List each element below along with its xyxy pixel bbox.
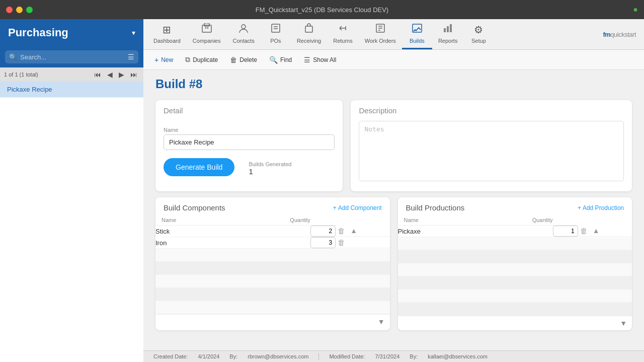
- builds-generated-value: 1: [249, 167, 253, 176]
- created-date-value: 4/1/2024: [198, 353, 219, 359]
- delete-pickaxe-button[interactable]: 🗑: [578, 226, 590, 236]
- nav-item-dashboard[interactable]: ⊞ Dashboard: [147, 19, 187, 49]
- svg-rect-3: [207, 27, 208, 29]
- component-actions-iron: 🗑: [336, 237, 389, 248]
- search-input[interactable]: [20, 53, 125, 61]
- add-production-button[interactable]: + Add Production: [578, 204, 624, 211]
- close-button[interactable]: [6, 7, 13, 13]
- sidebar-header: Purchasing ▾: [0, 19, 143, 46]
- nav-item-receiving[interactable]: Receiving: [291, 19, 327, 49]
- new-button[interactable]: + New: [149, 53, 178, 66]
- main-content: Build #8 Detail Name Generate Build Buil…: [143, 70, 644, 350]
- plus-icon: +: [578, 204, 581, 211]
- nav-item-companies[interactable]: Companies: [187, 19, 227, 49]
- notes-textarea[interactable]: [359, 121, 624, 181]
- nav-item-setup[interactable]: ⚙ Setup: [463, 19, 494, 49]
- nav-item-returns[interactable]: Returns: [327, 19, 359, 49]
- nav-label-receiving: Receiving: [297, 38, 321, 44]
- nav-item-pos[interactable]: POs: [261, 19, 291, 49]
- first-record-button[interactable]: ⏮: [92, 69, 103, 80]
- sidebar-item-label: Pickaxe Recipe: [7, 86, 52, 93]
- fm-logo-top: ●: [633, 5, 638, 14]
- sidebar-chevron-icon[interactable]: ▾: [132, 29, 135, 37]
- created-by-value: rbrown@dbservices.com: [248, 353, 308, 359]
- last-record-button[interactable]: ⏭: [128, 69, 139, 80]
- show-all-button[interactable]: ☰ Show All: [299, 53, 341, 66]
- sort-pickaxe-button[interactable]: ▲: [591, 226, 602, 236]
- component-qty-stick[interactable]: [217, 226, 336, 237]
- nav-item-reports[interactable]: Reports: [432, 19, 464, 49]
- nav-label-companies: Companies: [193, 38, 221, 44]
- delete-iron-button[interactable]: 🗑: [336, 237, 347, 248]
- duplicate-button[interactable]: ⧉ Duplicate: [180, 53, 223, 66]
- production-actions-pickaxe: 🗑 ▲: [578, 226, 632, 237]
- trash-icon: 🗑: [230, 56, 237, 64]
- builds-icon: [412, 23, 423, 36]
- prod-col-name-header: Name: [398, 215, 459, 226]
- component-name-iron: Iron: [155, 237, 217, 249]
- returns-icon: [337, 23, 348, 36]
- sidebar: Purchasing ▾ 🔍 ☰ 1 of 1 (1 total) ⏮ ◀ ▶ …: [0, 19, 143, 362]
- detail-description-row: Detail Name Generate Build Builds Genera…: [143, 96, 644, 195]
- sidebar-item-pickaxe-recipe[interactable]: Pickaxe Recipe: [0, 82, 143, 98]
- prod-col-qty-header: Quantity: [459, 215, 578, 226]
- sidebar-search-bar[interactable]: 🔍 ☰: [5, 50, 138, 63]
- toolbar: + New ⧉ Duplicate 🗑 Delete 🔍 Find ☰ Show…: [143, 50, 644, 70]
- modified-date-label: Modified Date:: [329, 353, 365, 359]
- generate-build-button[interactable]: Generate Build: [164, 158, 234, 176]
- components-header: Build Components + Add Component: [155, 197, 390, 215]
- nav-item-contacts[interactable]: Contacts: [226, 19, 260, 49]
- empty-row: [398, 276, 632, 289]
- nav-label-dashboard: Dashboard: [153, 38, 181, 44]
- detail-body: Name Generate Build Builds Generated 1: [155, 119, 343, 184]
- component-qty-iron[interactable]: [217, 237, 336, 249]
- name-input[interactable]: [164, 134, 335, 150]
- production-qty-pickaxe[interactable]: [459, 226, 578, 237]
- scroll-down-button[interactable]: ▼: [378, 318, 385, 326]
- empty-row: [398, 237, 632, 250]
- maximize-button[interactable]: [26, 7, 33, 13]
- qty-input-pickaxe[interactable]: [553, 226, 578, 237]
- find-button[interactable]: 🔍 Find: [264, 53, 297, 66]
- components-title: Build Components: [164, 203, 225, 212]
- pos-icon: [270, 23, 281, 36]
- companies-icon: [201, 23, 212, 36]
- receiving-icon: [303, 23, 314, 36]
- productions-header: Build Productions + Add Production: [398, 197, 632, 215]
- sidebar-list: Pickaxe Recipe: [0, 82, 143, 362]
- add-component-button[interactable]: + Add Component: [333, 204, 382, 211]
- duplicate-icon: ⧉: [185, 55, 190, 64]
- next-record-button[interactable]: ▶: [117, 69, 126, 80]
- reports-icon: [442, 23, 453, 36]
- right-panel: ⊞ Dashboard Companies Contacts POs: [143, 19, 644, 362]
- sidebar-title: Purchasing: [8, 26, 68, 39]
- productions-footer: ▼: [398, 316, 632, 330]
- qty-input-iron[interactable]: [310, 237, 336, 248]
- list-view-icon[interactable]: ☰: [128, 53, 134, 61]
- builds-generated-label: Builds Generated: [249, 161, 291, 167]
- col-name-header: Name: [155, 215, 217, 226]
- nav-label-workorders: Work Orders: [365, 38, 396, 44]
- sort-stick-button[interactable]: ▲: [348, 226, 359, 236]
- list-icon: ☰: [304, 56, 310, 64]
- plus-icon: +: [154, 56, 158, 64]
- delete-button[interactable]: 🗑 Delete: [225, 53, 262, 66]
- scroll-down-production-button[interactable]: ▼: [620, 319, 627, 327]
- col-qty-header: Quantity: [217, 215, 336, 226]
- prev-record-button[interactable]: ◀: [105, 69, 115, 80]
- table-row: Stick 🗑 ▲: [155, 226, 390, 237]
- record-count: 1 of 1 (1 total): [4, 71, 90, 78]
- setup-icon: ⚙: [474, 24, 483, 36]
- components-card: Build Components + Add Component Name Qu…: [155, 197, 390, 330]
- minimize-button[interactable]: [16, 7, 23, 13]
- svg-rect-2: [205, 27, 206, 29]
- table-row: Pickaxe 🗑 ▲: [398, 226, 632, 237]
- empty-row: [155, 249, 390, 262]
- delete-stick-button[interactable]: 🗑: [336, 226, 347, 236]
- contacts-icon: [238, 23, 249, 36]
- nav-item-builds[interactable]: Builds: [402, 19, 432, 49]
- qty-input-stick[interactable]: [310, 226, 336, 237]
- description-body: [351, 119, 632, 191]
- svg-point-4: [242, 25, 246, 29]
- nav-item-workorders[interactable]: Work Orders: [359, 19, 402, 49]
